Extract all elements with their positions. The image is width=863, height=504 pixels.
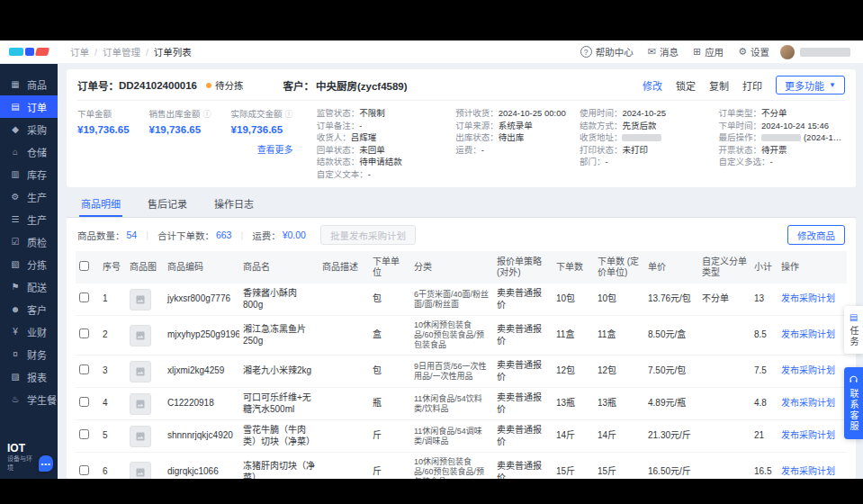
col-header-8: 报价单策略 (对外) — [493, 251, 553, 284]
table-row: 2 mjxyhyp250g9196 湘江急冻黑鱼片250g 盒 10休闲预包装食… — [76, 316, 847, 356]
order-info-field: 出库状态： 待出库 — [455, 131, 567, 144]
tab-0[interactable]: 商品明细 — [79, 193, 122, 217]
contact-support-label: 联系客服 — [847, 389, 860, 432]
order-info-field: 订单备注： - — [317, 120, 444, 132]
sidebar-item-label: 生产 — [27, 212, 47, 227]
row-checkbox[interactable] — [79, 328, 89, 338]
order-unit: 盒 — [369, 316, 410, 356]
breadcrumb-item[interactable]: 订单管理 — [103, 45, 140, 58]
row-checkbox[interactable] — [79, 364, 89, 374]
sidebar-item-14[interactable]: ♨ 学生餐 — [0, 388, 58, 410]
topbar-menu-icon: ⚙ — [738, 46, 747, 58]
product-code: mjxyhyp250g9196 — [164, 316, 239, 356]
publish-purchase-plan-link[interactable]: 发布采购计划 — [781, 398, 835, 408]
breadcrumb-item[interactable]: 订单列表 — [154, 45, 192, 58]
row-checkbox[interactable] — [79, 465, 89, 475]
order-info-field: 开票状态： 待开票 — [718, 144, 845, 157]
topbar-menu-item[interactable]: ✉ 消息 — [648, 45, 679, 58]
stat-value: ¥0.00 — [283, 230, 306, 240]
field-value: - — [368, 168, 371, 181]
field-label: 下单时间： — [718, 120, 761, 132]
publish-purchase-plan-link[interactable]: 发布采购计划 — [781, 293, 835, 303]
task-panel-tab[interactable]: ▤ 任务 — [844, 306, 863, 354]
row-checkbox[interactable] — [79, 397, 89, 407]
modify-goods-button[interactable]: 修改商品 — [787, 225, 845, 245]
product-image-placeholder[interactable] — [130, 426, 151, 447]
subtotal: 21 — [751, 420, 778, 453]
amount-label: 实际成交金额 — [231, 107, 283, 120]
sidebar-item-6[interactable]: ☰ 生产 — [0, 208, 58, 230]
field-label: 最后操作： — [718, 131, 761, 144]
view-more-link[interactable]: 查看更多 — [257, 142, 293, 156]
order-qty-priced: 10包 — [594, 284, 644, 316]
contact-support-tab[interactable]: 联系客服 — [844, 367, 863, 439]
col-header-11: 单价 — [644, 251, 698, 284]
product-image-placeholder[interactable] — [130, 361, 151, 382]
sidebar-item-10[interactable]: ☻ 客户 — [0, 298, 58, 320]
divider — [77, 100, 845, 101]
sidebar-item-0[interactable]: ▦ 商品 — [0, 73, 58, 95]
order-info-field: 订单来源： 系统录单 — [455, 120, 567, 132]
sidebar-item-11[interactable]: ¥ 业财 — [0, 320, 58, 343]
sidebar-item-1[interactable]: ▤ 订单 — [0, 95, 58, 118]
sidebar-item-13[interactable]: ▨ 报表 — [0, 365, 58, 388]
product-image-placeholder[interactable] — [130, 289, 151, 310]
amount-value: ¥19,736.65 — [149, 124, 211, 135]
sidebar-item-5[interactable]: ⚙ 生产 — [0, 185, 58, 208]
order-action-button-0[interactable]: 修改 — [643, 78, 662, 93]
stat-separator: | — [240, 230, 243, 240]
publish-purchase-plan-link[interactable]: 发布采购计划 — [781, 365, 835, 375]
order-action-button-2[interactable]: 复制 — [709, 78, 729, 93]
order-qty: 10包 — [553, 284, 594, 316]
sidebar-item-8[interactable]: ▧ 分拣 — [0, 253, 58, 275]
field-value: 2024-10-25 — [622, 107, 666, 120]
row-checkbox[interactable] — [79, 292, 89, 302]
order-action-button-3[interactable]: 打印 — [742, 78, 762, 93]
product-category: 10休闲预包装食品/60预包装食品/预包装食品 — [410, 316, 493, 356]
product-image-placeholder[interactable] — [130, 462, 151, 480]
order-qty: 12包 — [553, 356, 594, 388]
order-info-field: 部门： - — [580, 156, 706, 168]
product-image-placeholder[interactable] — [130, 325, 151, 346]
sidebar-item-label: 采购 — [27, 122, 47, 137]
app-logo[interactable] — [9, 48, 59, 56]
field-label: 自定义多选： — [718, 156, 769, 168]
publish-purchase-plan-link[interactable]: 发布采购计划 — [781, 430, 835, 440]
user-account[interactable] — [780, 45, 850, 59]
more-actions-button[interactable]: 更多功能 ▼ — [776, 76, 845, 94]
topbar-menu-item[interactable]: ⊞ 应用 — [693, 45, 724, 58]
sidebar-item-label: 客户 — [27, 302, 47, 317]
publish-purchase-plan-link[interactable]: 发布采购计划 — [781, 466, 835, 476]
sidebar-item-3[interactable]: ⌂ 仓储 — [0, 140, 58, 163]
tab-2[interactable]: 操作日志 — [212, 193, 256, 217]
stat-value: 663 — [216, 230, 232, 240]
sidebar-item-9[interactable]: ⚑ 配送 — [0, 275, 58, 298]
field-value: 未打印 — [622, 144, 648, 157]
row-checkbox[interactable] — [79, 429, 89, 439]
amount-label-row: 实际成交金额 ⓘ — [231, 107, 293, 120]
order-status: 待分拣 — [215, 78, 244, 92]
field-label: 打印状态： — [580, 144, 623, 157]
order-action-button-1[interactable]: 锁定 — [676, 78, 696, 93]
tab-1[interactable]: 售后记录 — [146, 193, 189, 217]
field-value: 先货后款 — [622, 120, 656, 132]
stat-item: 商品数量： 54 — [77, 229, 137, 242]
batch-publish-button[interactable]: 批量发布采购计划 — [320, 225, 416, 245]
chat-widget-icon[interactable]: ••• — [39, 455, 53, 472]
product-category: 11休闲食品/54饮料类/饮料品 — [410, 388, 493, 420]
info-icon: ⓘ — [203, 108, 211, 120]
topbar-menu-item[interactable]: ? 帮助中心 — [580, 45, 634, 58]
sidebar-item-7[interactable]: ☑ 质检 — [0, 230, 58, 253]
col-header-2: 商品图 — [126, 251, 164, 284]
breadcrumb-item[interactable]: 订单 — [70, 45, 89, 58]
breadcrumb: 订单/订单管理/订单列表 — [70, 45, 192, 58]
topbar-menu-item[interactable]: ⚙ 设置 — [738, 45, 769, 58]
sidebar-item-4[interactable]: ▥ 库存 — [0, 163, 58, 185]
field-label: 收货人： — [317, 131, 351, 144]
breadcrumb-separator: / — [146, 47, 148, 58]
publish-purchase-plan-link[interactable]: 发布采购计划 — [781, 329, 835, 339]
product-image-placeholder[interactable] — [130, 393, 151, 415]
sidebar-item-12[interactable]: ¤ 财务 — [0, 343, 58, 365]
sidebar-item-2[interactable]: ◆ 采购 — [0, 118, 58, 140]
select-all-checkbox[interactable] — [79, 261, 89, 271]
